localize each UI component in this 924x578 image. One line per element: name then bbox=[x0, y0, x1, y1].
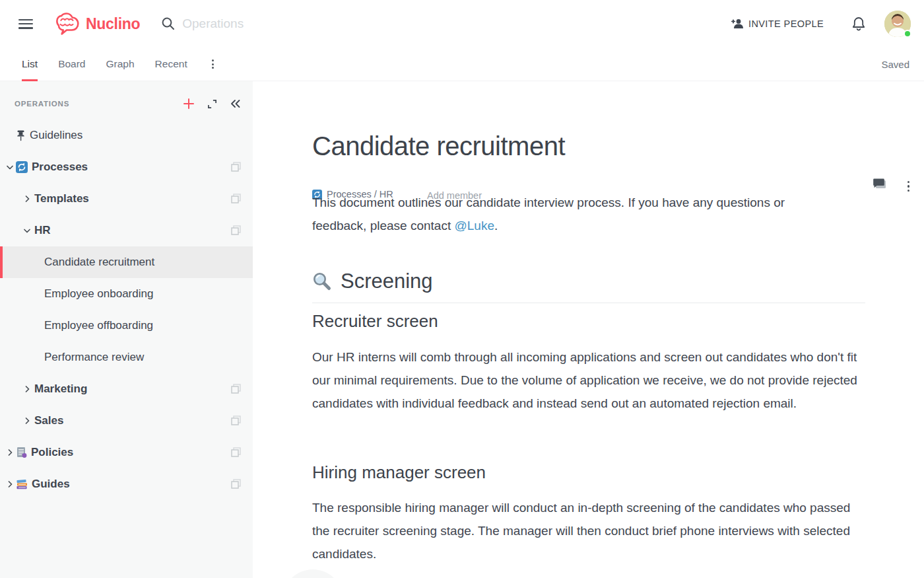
sidebar-item-label: Guidelines bbox=[30, 129, 82, 142]
sidebar-item-label: Performance review bbox=[44, 351, 144, 364]
hiring-manager-heading: Hiring manager screen bbox=[312, 462, 486, 483]
sidebar-item-candidate-recruitment[interactable]: Candidate recruitment bbox=[0, 246, 253, 278]
mention-link[interactable]: @Luke bbox=[454, 219, 494, 233]
sidebar-item-label: Policies bbox=[31, 446, 73, 459]
sidebar-item-employee-offboarding[interactable]: Employee offboarding bbox=[0, 310, 253, 342]
person-add-icon bbox=[731, 18, 744, 30]
sidebar-item-label: Processes bbox=[32, 161, 88, 174]
hiring-manager-paragraph: The responsible hiring manager will cond… bbox=[312, 496, 865, 565]
invite-people-button[interactable]: INVITE PEOPLE bbox=[731, 18, 824, 30]
search-icon bbox=[161, 17, 176, 31]
sidebar-item-hr[interactable]: HR bbox=[0, 215, 253, 246]
workspace-title: OPERATIONS bbox=[15, 100, 69, 108]
document-menu-kebab-icon[interactable] bbox=[905, 178, 912, 194]
copy-icon[interactable] bbox=[230, 447, 242, 458]
invite-people-label: INVITE PEOPLE bbox=[748, 18, 824, 29]
top-bar: Nuclino INVITE PEOPLE bbox=[0, 0, 924, 48]
sidebar-item-label: Guides bbox=[32, 478, 70, 491]
sidebar-item-policies[interactable]: Policies bbox=[0, 437, 253, 468]
notifications-bell-icon[interactable] bbox=[851, 16, 866, 32]
floating-bubble-partial bbox=[282, 569, 343, 578]
sidebar-item-label: Employee onboarding bbox=[44, 287, 153, 301]
add-item-icon[interactable] bbox=[183, 98, 195, 110]
search-input[interactable] bbox=[182, 17, 327, 31]
tab-list[interactable]: List bbox=[22, 48, 38, 81]
view-tabs-bar: List Board Graph Recent Saved bbox=[0, 48, 924, 81]
copy-icon[interactable] bbox=[230, 479, 242, 490]
nuclino-logo[interactable]: Nuclino bbox=[53, 11, 140, 36]
magnifier-emoji-icon bbox=[312, 271, 332, 291]
sidebar-item-guides[interactable]: Guides bbox=[0, 468, 253, 500]
brain-logo-icon bbox=[53, 11, 81, 36]
screening-section-heading: Screening bbox=[312, 270, 865, 303]
page-title[interactable]: Candidate recruitment bbox=[312, 131, 565, 161]
hamburger-menu-icon[interactable] bbox=[18, 19, 33, 29]
sidebar-item-marketing[interactable]: Marketing bbox=[0, 373, 253, 405]
sidebar-item-label: Candidate recruitment bbox=[44, 256, 154, 269]
copy-icon[interactable] bbox=[230, 194, 242, 205]
chevron-down-icon[interactable] bbox=[22, 229, 32, 233]
sidebar-item-label: Employee offboarding bbox=[44, 319, 153, 332]
copy-icon[interactable] bbox=[230, 162, 242, 173]
tab-graph[interactable]: Graph bbox=[106, 48, 135, 81]
sidebar-item-processes[interactable]: Processes bbox=[0, 151, 253, 183]
copy-icon[interactable] bbox=[230, 415, 242, 427]
sidebar-item-label: Marketing bbox=[34, 382, 87, 396]
sidebar-item-sales[interactable]: Sales bbox=[0, 405, 253, 437]
tab-recent[interactable]: Recent bbox=[155, 48, 187, 81]
pin-icon bbox=[16, 130, 26, 141]
chevron-right-icon[interactable] bbox=[5, 449, 15, 456]
document-pane: Processes / HR Add member Candidate recr… bbox=[253, 81, 924, 578]
user-avatar[interactable] bbox=[884, 11, 911, 37]
brand-name: Nuclino bbox=[86, 15, 140, 33]
expand-view-icon[interactable] bbox=[207, 99, 217, 109]
online-status-dot bbox=[904, 30, 911, 38]
collapse-sidebar-icon[interactable] bbox=[230, 99, 241, 108]
recruiter-screen-heading: Recruiter screen bbox=[312, 311, 438, 332]
copy-icon[interactable] bbox=[230, 384, 242, 395]
comments-icon[interactable] bbox=[873, 178, 887, 191]
sidebar-item-employee-onboarding[interactable]: Employee onboarding bbox=[0, 278, 253, 310]
chevron-right-icon[interactable] bbox=[22, 417, 32, 424]
sync-cluster-icon bbox=[16, 161, 28, 173]
sidebar-item-label: HR bbox=[34, 224, 51, 237]
tab-board[interactable]: Board bbox=[58, 48, 85, 81]
chevron-down-icon[interactable] bbox=[5, 165, 15, 170]
chevron-right-icon[interactable] bbox=[22, 196, 32, 202]
sidebar-item-label: Sales bbox=[34, 414, 63, 427]
save-status: Saved bbox=[881, 59, 909, 70]
books-cluster-icon bbox=[16, 479, 28, 490]
section-heading-text: Screening bbox=[341, 270, 433, 293]
recruiter-screen-paragraph: Our HR interns will comb through all inc… bbox=[312, 345, 865, 415]
sidebar-header: OPERATIONS bbox=[0, 81, 253, 120]
intro-paragraph: This document outlines our candidate int… bbox=[312, 191, 840, 237]
document-cluster-icon bbox=[16, 447, 27, 458]
chevron-right-icon[interactable] bbox=[22, 386, 32, 392]
sidebar-item-label: Templates bbox=[34, 192, 89, 205]
chevron-right-icon[interactable] bbox=[5, 481, 15, 488]
sidebar-item-performance-review[interactable]: Performance review bbox=[0, 342, 253, 373]
copy-icon[interactable] bbox=[230, 225, 242, 236]
workspace-search bbox=[161, 17, 327, 31]
sidebar-item-templates[interactable]: Templates bbox=[0, 183, 253, 215]
sidebar: OPERATIONS Guidelines bbox=[0, 81, 253, 578]
more-views-kebab-icon[interactable] bbox=[209, 57, 216, 71]
sidebar-item-guidelines[interactable]: Guidelines bbox=[0, 120, 253, 151]
